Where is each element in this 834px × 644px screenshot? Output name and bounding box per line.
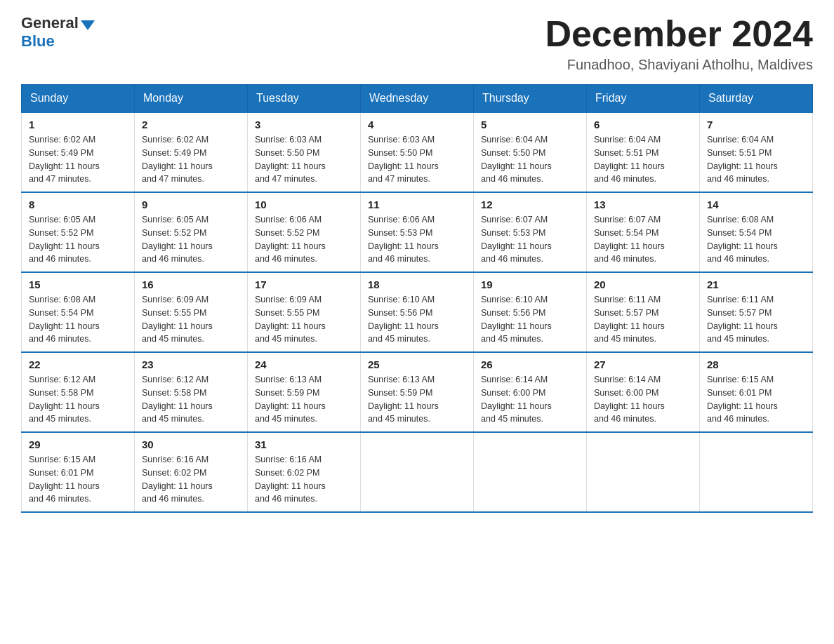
calendar-cell	[587, 432, 700, 512]
day-number: 10	[255, 199, 353, 210]
calendar-cell: 15Sunrise: 6:08 AMSunset: 5:54 PMDayligh…	[22, 272, 135, 352]
calendar-header-row: SundayMondayTuesdayWednesdayThursdayFrid…	[22, 85, 813, 113]
calendar-week-2: 8Sunrise: 6:05 AMSunset: 5:52 PMDaylight…	[22, 192, 813, 272]
calendar-header-thursday: Thursday	[474, 85, 587, 113]
day-number: 12	[481, 199, 579, 210]
day-info: Sunrise: 6:14 AMSunset: 6:00 PMDaylight:…	[594, 373, 692, 426]
day-info: Sunrise: 6:10 AMSunset: 5:56 PMDaylight:…	[481, 293, 579, 346]
calendar-cell: 1Sunrise: 6:02 AMSunset: 5:49 PMDaylight…	[22, 112, 135, 192]
day-number: 2	[142, 119, 240, 130]
day-number: 23	[142, 358, 240, 370]
day-number: 11	[368, 199, 466, 210]
day-info: Sunrise: 6:03 AMSunset: 5:50 PMDaylight:…	[255, 133, 353, 186]
day-number: 18	[368, 279, 466, 290]
calendar-week-5: 29Sunrise: 6:15 AMSunset: 6:01 PMDayligh…	[22, 432, 813, 512]
day-info: Sunrise: 6:06 AMSunset: 5:53 PMDaylight:…	[368, 213, 466, 266]
day-info: Sunrise: 6:04 AMSunset: 5:50 PMDaylight:…	[481, 133, 579, 186]
day-number: 5	[481, 119, 579, 130]
calendar-cell: 21Sunrise: 6:11 AMSunset: 5:57 PMDayligh…	[700, 272, 813, 352]
calendar-header-monday: Monday	[135, 85, 248, 113]
calendar-cell: 5Sunrise: 6:04 AMSunset: 5:50 PMDaylight…	[474, 112, 587, 192]
calendar-week-1: 1Sunrise: 6:02 AMSunset: 5:49 PMDaylight…	[22, 112, 813, 192]
day-number: 6	[594, 119, 692, 130]
calendar-cell: 29Sunrise: 6:15 AMSunset: 6:01 PMDayligh…	[22, 432, 135, 512]
calendar-week-3: 15Sunrise: 6:08 AMSunset: 5:54 PMDayligh…	[22, 272, 813, 352]
day-info: Sunrise: 6:13 AMSunset: 5:59 PMDaylight:…	[255, 373, 353, 426]
day-number: 28	[707, 358, 805, 370]
day-info: Sunrise: 6:11 AMSunset: 5:57 PMDaylight:…	[707, 293, 805, 346]
day-info: Sunrise: 6:06 AMSunset: 5:52 PMDaylight:…	[255, 213, 353, 266]
day-number: 27	[594, 358, 692, 370]
day-number: 30	[142, 438, 240, 450]
logo: General Blue	[21, 14, 95, 51]
day-info: Sunrise: 6:09 AMSunset: 5:55 PMDaylight:…	[142, 293, 240, 346]
day-number: 17	[255, 279, 353, 290]
calendar-cell: 31Sunrise: 6:16 AMSunset: 6:02 PMDayligh…	[248, 432, 361, 512]
day-info: Sunrise: 6:16 AMSunset: 6:02 PMDaylight:…	[255, 453, 353, 506]
calendar-cell	[361, 432, 474, 512]
calendar-cell: 26Sunrise: 6:14 AMSunset: 6:00 PMDayligh…	[474, 352, 587, 432]
calendar-cell: 27Sunrise: 6:14 AMSunset: 6:00 PMDayligh…	[587, 352, 700, 432]
calendar-cell: 10Sunrise: 6:06 AMSunset: 5:52 PMDayligh…	[248, 192, 361, 272]
day-number: 26	[481, 358, 579, 370]
calendar-header-friday: Friday	[587, 85, 700, 113]
day-info: Sunrise: 6:05 AMSunset: 5:52 PMDaylight:…	[29, 213, 127, 266]
calendar-header-sunday: Sunday	[22, 85, 135, 113]
day-info: Sunrise: 6:08 AMSunset: 5:54 PMDaylight:…	[707, 213, 805, 266]
day-info: Sunrise: 6:04 AMSunset: 5:51 PMDaylight:…	[594, 133, 692, 186]
month-title: December 2024	[545, 14, 813, 54]
day-info: Sunrise: 6:12 AMSunset: 5:58 PMDaylight:…	[142, 373, 240, 426]
day-info: Sunrise: 6:12 AMSunset: 5:58 PMDaylight:…	[29, 373, 127, 426]
day-number: 21	[707, 279, 805, 290]
day-number: 3	[255, 119, 353, 130]
day-info: Sunrise: 6:09 AMSunset: 5:55 PMDaylight:…	[255, 293, 353, 346]
calendar-cell	[474, 432, 587, 512]
calendar-header-tuesday: Tuesday	[248, 85, 361, 113]
calendar-cell: 11Sunrise: 6:06 AMSunset: 5:53 PMDayligh…	[361, 192, 474, 272]
day-info: Sunrise: 6:05 AMSunset: 5:52 PMDaylight:…	[142, 213, 240, 266]
day-number: 4	[368, 119, 466, 130]
day-number: 14	[707, 199, 805, 210]
page-header: General Blue December 2024 Funadhoo, Sha…	[21, 14, 813, 73]
calendar-cell: 12Sunrise: 6:07 AMSunset: 5:53 PMDayligh…	[474, 192, 587, 272]
day-info: Sunrise: 6:10 AMSunset: 5:56 PMDaylight:…	[368, 293, 466, 346]
calendar-table: SundayMondayTuesdayWednesdayThursdayFrid…	[21, 84, 813, 513]
day-info: Sunrise: 6:11 AMSunset: 5:57 PMDaylight:…	[594, 293, 692, 346]
day-info: Sunrise: 6:15 AMSunset: 6:01 PMDaylight:…	[707, 373, 805, 426]
day-number: 24	[255, 358, 353, 370]
logo-general-text: General	[21, 14, 79, 32]
logo-arrow-icon	[81, 20, 95, 30]
day-number: 25	[368, 358, 466, 370]
calendar-week-4: 22Sunrise: 6:12 AMSunset: 5:58 PMDayligh…	[22, 352, 813, 432]
calendar-cell: 25Sunrise: 6:13 AMSunset: 5:59 PMDayligh…	[361, 352, 474, 432]
calendar-cell: 7Sunrise: 6:04 AMSunset: 5:51 PMDaylight…	[700, 112, 813, 192]
day-info: Sunrise: 6:02 AMSunset: 5:49 PMDaylight:…	[142, 133, 240, 186]
calendar-cell: 20Sunrise: 6:11 AMSunset: 5:57 PMDayligh…	[587, 272, 700, 352]
day-number: 9	[142, 199, 240, 210]
calendar-header-saturday: Saturday	[700, 85, 813, 113]
day-number: 22	[29, 358, 127, 370]
calendar-cell: 2Sunrise: 6:02 AMSunset: 5:49 PMDaylight…	[135, 112, 248, 192]
calendar-header-wednesday: Wednesday	[361, 85, 474, 113]
day-number: 19	[481, 279, 579, 290]
calendar-cell: 13Sunrise: 6:07 AMSunset: 5:54 PMDayligh…	[587, 192, 700, 272]
day-info: Sunrise: 6:16 AMSunset: 6:02 PMDaylight:…	[142, 453, 240, 506]
calendar-cell: 19Sunrise: 6:10 AMSunset: 5:56 PMDayligh…	[474, 272, 587, 352]
logo-blue-text: Blue	[21, 32, 55, 51]
calendar-cell: 17Sunrise: 6:09 AMSunset: 5:55 PMDayligh…	[248, 272, 361, 352]
title-area: December 2024 Funadhoo, Shaviyani Atholh…	[545, 14, 813, 73]
day-info: Sunrise: 6:03 AMSunset: 5:50 PMDaylight:…	[368, 133, 466, 186]
calendar-cell: 22Sunrise: 6:12 AMSunset: 5:58 PMDayligh…	[22, 352, 135, 432]
day-number: 20	[594, 279, 692, 290]
day-info: Sunrise: 6:13 AMSunset: 5:59 PMDaylight:…	[368, 373, 466, 426]
day-number: 1	[29, 119, 127, 130]
day-number: 15	[29, 279, 127, 290]
day-number: 29	[29, 438, 127, 450]
calendar-cell: 8Sunrise: 6:05 AMSunset: 5:52 PMDaylight…	[22, 192, 135, 272]
calendar-cell: 23Sunrise: 6:12 AMSunset: 5:58 PMDayligh…	[135, 352, 248, 432]
calendar-cell: 16Sunrise: 6:09 AMSunset: 5:55 PMDayligh…	[135, 272, 248, 352]
calendar-cell: 24Sunrise: 6:13 AMSunset: 5:59 PMDayligh…	[248, 352, 361, 432]
day-info: Sunrise: 6:07 AMSunset: 5:54 PMDaylight:…	[594, 213, 692, 266]
day-info: Sunrise: 6:04 AMSunset: 5:51 PMDaylight:…	[707, 133, 805, 186]
day-info: Sunrise: 6:15 AMSunset: 6:01 PMDaylight:…	[29, 453, 127, 506]
